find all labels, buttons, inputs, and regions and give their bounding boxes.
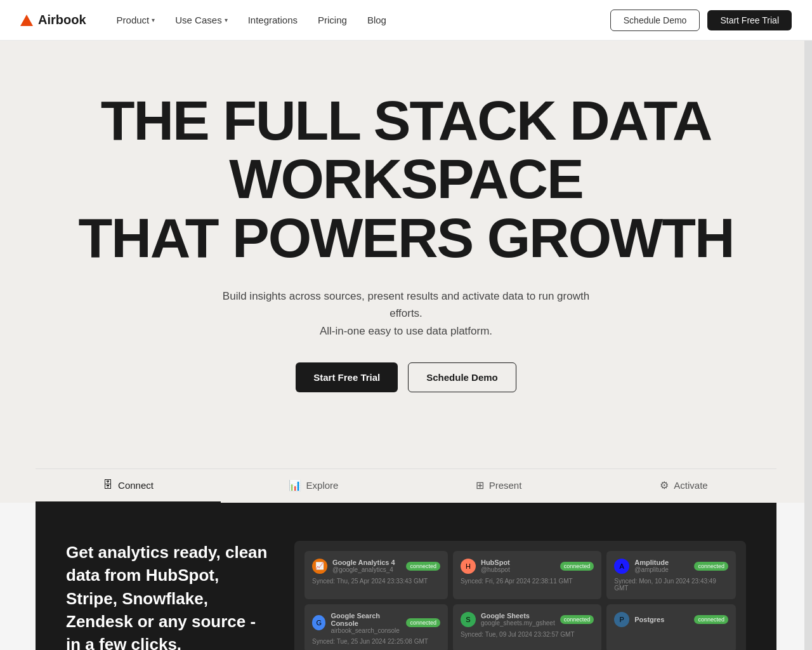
nav-product-label: Product <box>117 15 150 25</box>
tab-connect[interactable]: 🗄 Connect <box>36 469 221 503</box>
mock-dashboard: 📈 Google Analytics 4 @google_analytics_4… <box>294 541 746 650</box>
gsc-sync: Synced: Tue, 25 Jun 2024 22:25:08 GMT <box>312 638 440 645</box>
start-free-trial-button[interactable]: Start Free Trial <box>707 10 792 30</box>
hubspot-sub: @hubspot <box>481 566 510 573</box>
hubspot-sync: Synced: Fri, 26 Apr 2024 22:38:11 GMT <box>461 578 594 585</box>
hero-schedule-demo-button[interactable]: Schedule Demo <box>408 362 516 392</box>
source-card-ga4: 📈 Google Analytics 4 @google_analytics_4… <box>304 551 448 599</box>
amplitude-title: Amplitude <box>634 559 669 566</box>
chevron-down-icon: ▾ <box>225 17 228 23</box>
ga4-sync: Synced: Thu, 25 Apr 2024 23:33:43 GMT <box>312 578 440 585</box>
tabs-section: 🗄 Connect 📊 Explore ⊞ Present ⚙ Activate <box>0 468 812 503</box>
hubspot-status: connected <box>560 562 594 571</box>
source-card-postgres: P Postgres connected <box>606 604 736 650</box>
gsheets-status: connected <box>560 615 594 624</box>
explore-icon: 📊 <box>289 479 301 491</box>
tabs-row: 🗄 Connect 📊 Explore ⊞ Present ⚙ Activate <box>36 468 776 503</box>
amplitude-sub: @amplitude <box>634 566 669 573</box>
feature-dashboard: 📈 Google Analytics 4 @google_analytics_4… <box>294 541 746 650</box>
source-card-hubspot: H HubSpot @hubspot connected Synced: Fri… <box>453 551 601 599</box>
postgres-title: Postgres <box>634 616 664 623</box>
tab-connect-label: Connect <box>118 480 154 491</box>
feature-heading: Get analytics ready, clean data from Hub… <box>66 541 269 650</box>
navbar: Airbook Product ▾ Use Cases ▾ Integratio… <box>0 0 812 41</box>
feature-section: Get analytics ready, clean data from Hub… <box>36 503 776 650</box>
nav-use-cases[interactable]: Use Cases ▾ <box>167 10 235 30</box>
nav-blog-label: Blog <box>367 15 386 25</box>
tab-explore[interactable]: 📊 Explore <box>221 469 406 503</box>
source-card-amplitude: A Amplitude @amplitude connected Synced:… <box>606 551 736 599</box>
nav-use-cases-label: Use Cases <box>175 15 221 25</box>
hero-start-free-trial-button[interactable]: Start Free Trial <box>296 362 398 392</box>
hero-subtitle-line2: All-in-one easy to use data platform. <box>320 325 492 337</box>
amplitude-sync: Synced: Mon, 10 Jun 2024 23:43:49 GMT <box>614 578 728 592</box>
ga4-status: connected <box>406 562 440 571</box>
hero-title-line1: THE FULL STACK DATA <box>101 89 711 152</box>
nav-links: Product ▾ Use Cases ▾ Integrations Prici… <box>109 10 394 30</box>
hero-section: THE FULL STACK DATA WORKSPACE THAT POWER… <box>0 41 812 468</box>
feature-left: Get analytics ready, clean data from Hub… <box>66 541 269 650</box>
amplitude-icon: A <box>614 559 629 574</box>
gsheets-sync: Synced: Tue, 09 Jul 2024 23:32:57 GMT <box>461 631 594 638</box>
navbar-left: Airbook Product ▾ Use Cases ▾ Integratio… <box>20 10 394 30</box>
nav-pricing-label: Pricing <box>318 15 347 25</box>
hero-title: THE FULL STACK DATA WORKSPACE THAT POWER… <box>13 91 799 267</box>
ga4-sub: @google_analytics_4 <box>332 566 395 573</box>
logo-icon <box>20 15 33 26</box>
gsc-sub: airbook_search_console <box>331 627 401 634</box>
hero-title-line2: WORKSPACE <box>229 147 582 210</box>
gsheets-sub: google_sheets.my_gsheet <box>481 620 555 627</box>
gsheets-title: Google Sheets <box>481 612 555 620</box>
logo[interactable]: Airbook <box>20 13 86 27</box>
hubspot-title: HubSpot <box>481 559 510 566</box>
logo-text: Airbook <box>38 13 86 27</box>
chevron-down-icon: ▾ <box>152 17 155 23</box>
nav-pricing[interactable]: Pricing <box>310 10 355 30</box>
present-icon: ⊞ <box>476 479 484 491</box>
tab-present-label: Present <box>489 480 522 491</box>
ga4-icon: 📈 <box>312 559 327 574</box>
hero-subtitle-line1: Build insights across sources, present r… <box>223 290 589 319</box>
hubspot-icon: H <box>461 559 476 574</box>
postgres-icon: P <box>614 612 629 627</box>
hero-title-line3: THAT POWERS GROWTH <box>79 206 734 269</box>
tab-explore-label: Explore <box>306 480 339 491</box>
tab-present[interactable]: ⊞ Present <box>406 469 591 503</box>
gsc-title: Google Search Console <box>331 612 401 627</box>
ga4-title: Google Analytics 4 <box>332 559 395 566</box>
navbar-right: Schedule Demo Start Free Trial <box>610 10 792 31</box>
sources-grid: 📈 Google Analytics 4 @google_analytics_4… <box>304 551 736 650</box>
gsc-icon: G <box>312 615 325 630</box>
nav-product[interactable]: Product ▾ <box>109 10 163 30</box>
nav-integrations-label: Integrations <box>248 15 298 25</box>
source-card-gsheets: S Google Sheets google_sheets.my_gsheet … <box>453 604 601 650</box>
connect-icon: 🗄 <box>103 479 113 491</box>
nav-integrations[interactable]: Integrations <box>240 10 305 30</box>
hero-buttons: Start Free Trial Schedule Demo <box>13 362 799 392</box>
amplitude-status: connected <box>694 562 728 571</box>
hero-subtitle: Build insights across sources, present r… <box>216 288 596 340</box>
nav-blog[interactable]: Blog <box>360 10 394 30</box>
tab-activate-label: Activate <box>674 480 707 491</box>
tab-activate[interactable]: ⚙ Activate <box>591 469 776 503</box>
source-card-gsc: G Google Search Console airbook_search_c… <box>304 604 448 650</box>
gsc-status: connected <box>406 618 440 627</box>
scrollbar[interactable] <box>804 0 812 650</box>
schedule-demo-button[interactable]: Schedule Demo <box>610 10 700 31</box>
postgres-status: connected <box>694 615 728 624</box>
activate-icon: ⚙ <box>660 479 669 491</box>
gsheets-icon: S <box>461 612 476 627</box>
